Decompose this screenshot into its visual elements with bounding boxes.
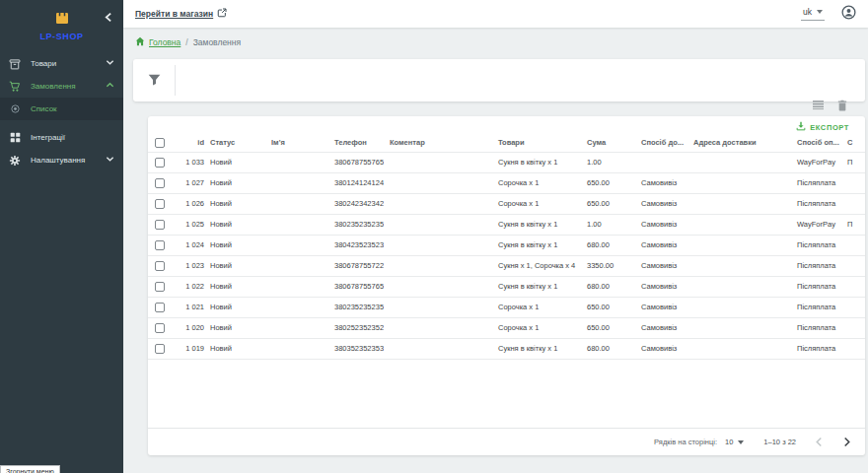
- row-checkbox[interactable]: [155, 261, 165, 271]
- cell-payment: WayForPay: [791, 214, 841, 235]
- column-header-delivery[interactable]: Спосіб до...: [635, 134, 687, 152]
- column-header-goods[interactable]: Товари: [492, 134, 581, 152]
- cell-payment: Післяплата: [791, 235, 841, 255]
- cell-name: [265, 317, 328, 338]
- cell-status: Новий: [204, 297, 265, 317]
- cell-clipped: [841, 193, 865, 214]
- row-checkbox[interactable]: [155, 344, 165, 354]
- cell-clipped: [841, 338, 865, 359]
- column-header-phone[interactable]: Телефон: [328, 134, 384, 152]
- language-value: uk: [803, 7, 812, 17]
- cell-sum: 680.00: [581, 276, 635, 297]
- next-page-button[interactable]: [842, 437, 851, 447]
- toolbar-divider: [175, 65, 176, 96]
- column-header-clipped[interactable]: С: [841, 134, 865, 152]
- table-row[interactable]: 1 026 Новий 380242342342 Сорочка х 1 650…: [148, 193, 865, 214]
- cell-delivery: Самовивіз: [635, 255, 687, 276]
- column-header-payment[interactable]: Спосіб оп...: [791, 134, 841, 152]
- cell-goods: Сукня в квітку х 1: [492, 152, 581, 172]
- language-select[interactable]: uk: [801, 7, 825, 21]
- logo-text: LP-SHOP: [39, 32, 83, 41]
- cell-name: [265, 276, 328, 297]
- cell-comment: [384, 172, 492, 193]
- topbar-right: uk: [801, 6, 856, 22]
- table-row[interactable]: 1 027 Новий 380124124124 Сорочка х 1 650…: [148, 172, 865, 193]
- cell-address: [687, 317, 791, 338]
- sidebar-item-orders-list[interactable]: Список: [0, 98, 123, 120]
- cell-id: 1 019: [178, 338, 204, 359]
- row-checkbox[interactable]: [155, 240, 165, 250]
- cell-comment: [384, 152, 492, 172]
- sidebar-item-products[interactable]: Товари: [0, 52, 123, 75]
- caret-down-icon: [738, 440, 744, 444]
- caret-down-icon: [817, 10, 823, 14]
- cell-address: [687, 214, 791, 235]
- cell-name: [265, 255, 328, 276]
- cell-goods: Сукня в квітку х 1: [492, 235, 581, 255]
- account-button[interactable]: [840, 6, 856, 22]
- column-header-status[interactable]: Статус: [204, 134, 265, 152]
- table-row[interactable]: 1 025 Новий 380235235235 Сукня в квітку …: [148, 214, 865, 235]
- row-checkbox[interactable]: [155, 303, 165, 312]
- cell-status: Новий: [204, 235, 265, 255]
- sidebar-item-settings[interactable]: Налаштування: [0, 149, 123, 171]
- row-checkbox[interactable]: [155, 323, 165, 333]
- cell-comment: [384, 317, 492, 338]
- table-row[interactable]: 1 020 Новий 380252352352 Сорочка х 1 650…: [148, 317, 865, 338]
- sidebar-item-orders[interactable]: Замовлення: [0, 75, 123, 98]
- cell-comment: [384, 276, 492, 297]
- cell-id: 1 026: [178, 193, 204, 214]
- row-checkbox[interactable]: [155, 282, 165, 292]
- go-to-store-link[interactable]: Перейти в магазин: [135, 8, 227, 20]
- home-icon: [135, 36, 145, 48]
- column-header-address[interactable]: Адреса доставки: [687, 134, 791, 152]
- column-header-name[interactable]: Ім'я: [265, 134, 328, 152]
- breadcrumb: Головна / Замовлення: [123, 28, 868, 57]
- delete-button[interactable]: [837, 100, 847, 111]
- table-row[interactable]: 1 023 Новий 380678755722 Сукня х 1, Соро…: [148, 255, 865, 276]
- cell-clipped: [841, 172, 865, 193]
- select-all-checkbox[interactable]: [155, 138, 165, 148]
- cell-goods: Сорочка х 1: [492, 193, 581, 214]
- previous-page-button[interactable]: [815, 437, 824, 447]
- table-row[interactable]: 1 024 Новий 380423523523 Сукня в квітку …: [148, 235, 865, 255]
- cell-id: 1 021: [178, 297, 204, 317]
- cell-address: [687, 152, 791, 172]
- cell-comment: [384, 193, 492, 214]
- breadcrumb-home-link[interactable]: Головна: [135, 36, 181, 48]
- logo[interactable]: LP-SHOP: [0, 0, 123, 48]
- table-row[interactable]: 1 022 Новий 380678755765 Сукня в квітку …: [148, 276, 865, 297]
- view-list-button[interactable]: [812, 100, 825, 110]
- row-checkbox[interactable]: [155, 220, 165, 230]
- filter-button[interactable]: [133, 59, 175, 101]
- table-row[interactable]: 1 019 Новий 380352352353 Сукня в квітку …: [148, 338, 865, 359]
- export-button[interactable]: ЕКСПОРТ: [796, 121, 849, 133]
- cell-phone: 380252352352: [328, 317, 384, 338]
- cell-goods: Сорочка х 1: [492, 297, 581, 317]
- column-header-comment[interactable]: Коментар: [384, 134, 492, 152]
- rows-per-page-value: 10: [725, 438, 733, 446]
- cell-payment: Післяплата: [791, 172, 841, 193]
- column-header-sum[interactable]: Сума: [581, 134, 635, 152]
- download-icon: [796, 121, 806, 133]
- collapse-sidebar-button[interactable]: [104, 9, 115, 21]
- cell-address: [687, 193, 791, 214]
- sidebar-item-integrations[interactable]: Інтеграції: [0, 126, 123, 149]
- filter-toolbar: [133, 59, 865, 101]
- cell-payment: Післяплата: [791, 255, 841, 276]
- cell-status: Новий: [204, 152, 265, 172]
- sidebar-item-label: Товари: [31, 59, 106, 68]
- table-row[interactable]: 1 033 Новий 380678755765 Сукня в квітку …: [148, 152, 865, 172]
- cell-phone: 380423523523: [328, 235, 384, 255]
- table-row[interactable]: 1 021 Новий 380235235235 Сорочка х 1 650…: [148, 297, 865, 317]
- row-checkbox[interactable]: [155, 178, 165, 188]
- row-checkbox[interactable]: [155, 199, 165, 209]
- cell-payment: Післяплата: [791, 276, 841, 297]
- row-checkbox[interactable]: [155, 158, 165, 168]
- collapse-menu-tooltip: Згорнути меню: [0, 465, 60, 473]
- cell-sum: 650.00: [581, 297, 635, 317]
- rows-per-page-select[interactable]: 10: [725, 438, 744, 446]
- orders-table: id Статус Ім'я Телефон Коментар Товари С…: [148, 134, 865, 360]
- column-header-id[interactable]: id: [178, 134, 204, 152]
- cell-sum: 3350.00: [581, 255, 635, 276]
